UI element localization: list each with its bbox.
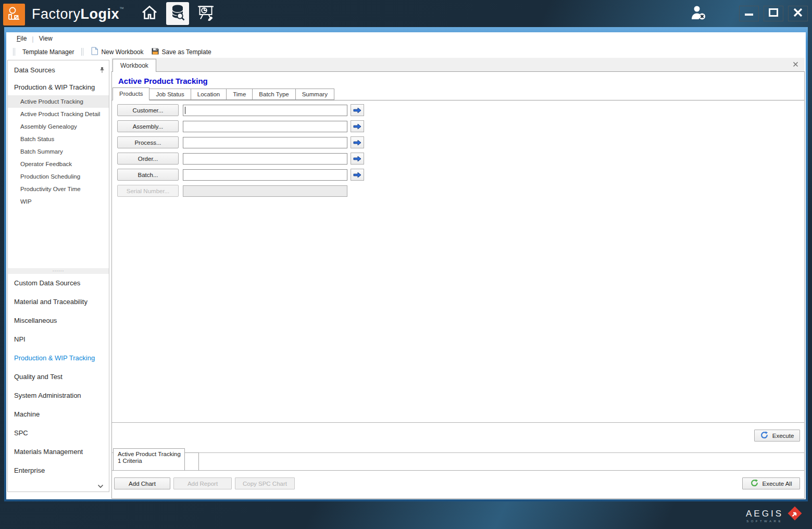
chevron-down-icon: [97, 481, 104, 490]
category-materials-management[interactable]: Materials Management: [8, 443, 109, 461]
titlebar-nav: [138, 0, 217, 27]
pin-icon[interactable]: [99, 67, 105, 73]
maximize-button[interactable]: [764, 6, 783, 21]
add-chart-button[interactable]: Add Chart: [114, 477, 170, 489]
batch-apply-button[interactable]: [351, 169, 364, 181]
home-button[interactable]: [138, 2, 161, 25]
tab-new-criteria[interactable]: [185, 452, 199, 470]
sidebar-scroll-down[interactable]: [8, 480, 109, 492]
sidebar-item-operator-feedback[interactable]: Operator Feedback: [8, 158, 109, 170]
batch-row: Batch...: [117, 169, 804, 181]
batch-input-wrap: [183, 169, 347, 181]
sidebar-item-productivity-over-time[interactable]: Productivity Over Time: [8, 183, 109, 195]
template-manager-button[interactable]: Template Manager: [19, 47, 78, 57]
serial-number-button: Serial Number...: [117, 185, 179, 197]
assembly-button[interactable]: Assembly...: [117, 120, 179, 132]
titlebar-controls: [690, 0, 808, 27]
tab-location[interactable]: Location: [191, 89, 227, 100]
aegis-subtitle: SOFTWARE: [746, 520, 783, 523]
close-button[interactable]: [788, 6, 808, 21]
user-logout-button[interactable]: [690, 5, 707, 22]
category-system-administration[interactable]: System Administration: [8, 386, 109, 405]
process-button[interactable]: Process...: [117, 136, 179, 148]
customer-button[interactable]: Customer...: [117, 104, 179, 116]
sidebar-item-active-product-tracking-detail[interactable]: Active Product Tracking Detail: [8, 108, 109, 120]
customer-input[interactable]: [183, 105, 347, 116]
customer-apply-button[interactable]: [351, 104, 364, 116]
sidebar-item-batch-status[interactable]: Batch Status: [8, 133, 109, 145]
minimize-button[interactable]: [739, 6, 759, 21]
customer-row: Customer...: [117, 104, 804, 116]
aegis-mark-icon: [786, 505, 804, 526]
execute-all-button[interactable]: Execute All: [742, 477, 800, 489]
execute-button[interactable]: Execute: [754, 430, 800, 442]
criteria-tabs: Products Job Status Location Time Batch …: [112, 87, 804, 100]
tab-products[interactable]: Products: [113, 87, 149, 100]
maximize-icon: [769, 8, 778, 19]
sidebar-item-active-product-tracking[interactable]: Active Product Tracking: [8, 95, 109, 108]
assembly-input[interactable]: [183, 121, 347, 132]
category-machine[interactable]: Machine: [8, 405, 109, 424]
workbook-tab-strip: Workbook: [111, 58, 805, 72]
workbook-close-button[interactable]: [793, 61, 798, 67]
order-input[interactable]: [183, 153, 347, 165]
menu-file[interactable]: File: [14, 35, 30, 42]
data-sources-button[interactable]: [166, 2, 189, 25]
sidebar-header-label: Data Sources: [14, 66, 55, 74]
batch-input[interactable]: [183, 169, 347, 181]
tab-active-product-tracking-1-criteria[interactable]: Active Product Tracking 1 Criteria: [113, 448, 185, 470]
category-quality-and-test[interactable]: Quality and Test: [8, 368, 109, 386]
new-workbook-icon: [91, 47, 98, 57]
category-enterprise[interactable]: Enterprise: [8, 461, 109, 480]
tab-batch-type[interactable]: Batch Type: [252, 89, 295, 100]
category-spc[interactable]: SPC: [8, 424, 109, 443]
execute-icon: [760, 431, 768, 440]
sidebar-item-wip[interactable]: WIP: [8, 195, 109, 208]
category-custom-data-sources[interactable]: Custom Data Sources: [8, 274, 109, 293]
app-title-light: Factory: [32, 6, 81, 22]
category-material-and-traceability[interactable]: Material and Traceability: [8, 293, 109, 311]
tab-time[interactable]: Time: [226, 89, 253, 100]
reports-icon: [196, 4, 215, 23]
order-button[interactable]: Order...: [117, 153, 179, 165]
aegis-name: AEGIS: [746, 509, 783, 519]
execute-all-label: Execute All: [763, 481, 792, 487]
order-apply-button[interactable]: [351, 153, 364, 165]
tab-job-status[interactable]: Job Status: [149, 89, 191, 100]
new-workbook-button[interactable]: New Workbook: [87, 45, 147, 58]
sidebar-item-batch-summary[interactable]: Batch Summary: [8, 145, 109, 158]
sidebar-item-production-scheduling[interactable]: Production Scheduling: [8, 170, 109, 183]
arrow-icon: [353, 156, 361, 162]
process-input-wrap: [183, 137, 347, 148]
batch-button[interactable]: Batch...: [117, 169, 179, 181]
serial-number-input: [183, 185, 347, 197]
process-input[interactable]: [183, 137, 347, 148]
process-apply-button[interactable]: [351, 136, 364, 148]
data-sources-panel: Data Sources Production & WIP Tracking A…: [7, 60, 109, 492]
copy-spc-chart-button: Copy SPC Chart: [235, 477, 295, 489]
app-window: File | View Template Manager New Workboo…: [4, 27, 808, 501]
execute-label: Execute: [772, 433, 794, 439]
aegis-brand: AEGIS SOFTWARE: [746, 505, 804, 526]
toolbar-grip: [13, 48, 15, 56]
assembly-apply-button[interactable]: [351, 120, 364, 132]
titlebar: FactoryLogix™: [0, 0, 812, 27]
category-npi[interactable]: NPI: [8, 330, 109, 349]
menu-separator: |: [32, 35, 33, 43]
save-as-template-button[interactable]: Save as Template: [147, 45, 215, 58]
tab-summary[interactable]: Summary: [295, 89, 334, 100]
sidebar-splitter[interactable]: ......: [8, 268, 109, 274]
menu-view[interactable]: View: [36, 35, 56, 42]
process-row: Process...: [117, 136, 804, 148]
text-caret: [185, 107, 185, 114]
sidebar-header: Data Sources: [8, 60, 109, 77]
minimize-icon: [744, 8, 754, 19]
sidebar-item-assembly-genealogy[interactable]: Assembly Genealogy: [8, 120, 109, 133]
sidebar-group-header: Production & WIP Tracking: [8, 77, 109, 95]
category-miscellaneous[interactable]: Miscellaneous: [8, 311, 109, 330]
category-production-wip-tracking[interactable]: Production & WIP Tracking: [8, 349, 109, 368]
app-logo-icon: [6, 6, 22, 23]
aegis-text: AEGIS SOFTWARE: [746, 509, 783, 523]
tab-workbook[interactable]: Workbook: [113, 59, 156, 72]
reports-button[interactable]: [194, 2, 217, 25]
